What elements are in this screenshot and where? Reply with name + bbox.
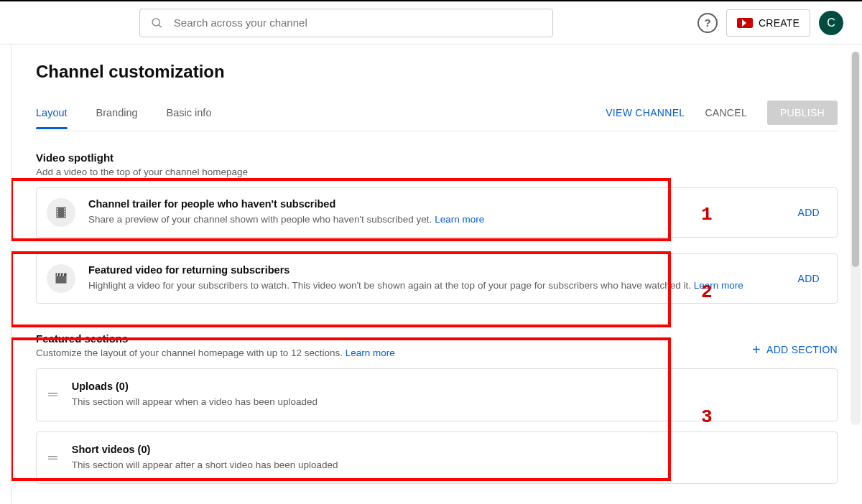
publish-button: PUBLISH: [767, 101, 838, 125]
add-trailer-button[interactable]: ADD: [794, 207, 824, 218]
svg-rect-5: [57, 213, 58, 215]
page-title: Channel customization: [36, 62, 838, 82]
scrollbar[interactable]: [851, 52, 861, 425]
svg-point-0: [152, 18, 159, 25]
card-title: Featured video for returning subscribers: [88, 264, 781, 276]
spotlight-subtitle: Add a video to the top of your channel h…: [36, 167, 838, 177]
search-icon: [150, 16, 164, 30]
film-icon: [47, 198, 75, 227]
tabs-row: Layout Branding Basic info VIEW CHANNEL …: [36, 101, 838, 131]
row-title: Uploads (0): [72, 381, 318, 392]
create-button[interactable]: CREATE: [726, 9, 810, 37]
learn-more-link[interactable]: Learn more: [346, 347, 395, 358]
featured-subtitle: Customize the layout of your channel hom…: [36, 347, 395, 358]
svg-line-1: [159, 24, 162, 27]
channel-trailer-card: Channel trailer for people who haven't s…: [36, 187, 838, 238]
add-section-button[interactable]: + ADD SECTION: [752, 342, 838, 357]
row-title: Short videos (0): [72, 444, 338, 455]
drag-handle-icon[interactable]: ═: [48, 387, 56, 402]
help-icon[interactable]: ?: [698, 13, 718, 33]
create-video-icon: [737, 18, 753, 28]
svg-rect-11: [56, 276, 67, 284]
search-input[interactable]: [174, 17, 542, 29]
spotlight-title: Video spotlight: [36, 151, 838, 164]
featured-video-card: Featured video for returning subscribers…: [36, 253, 838, 304]
svg-rect-3: [57, 208, 58, 210]
left-sidebar-collapsed: [0, 45, 11, 504]
scrollbar-thumb[interactable]: [852, 52, 859, 267]
video-spotlight-header: Video spotlight Add a video to the top o…: [36, 151, 838, 177]
svg-rect-9: [64, 213, 65, 215]
drag-handle-icon[interactable]: ═: [48, 450, 56, 465]
top-bar: ? CREATE C: [0, 0, 862, 45]
svg-rect-7: [64, 208, 65, 210]
row-desc: This section will appear when a video ha…: [72, 395, 318, 409]
section-row-uploads[interactable]: ═ Uploads (0) This section will appear w…: [36, 368, 838, 421]
card-desc: Share a preview of your channel shown wi…: [88, 213, 781, 227]
featured-title: Featured sections: [36, 332, 395, 345]
tab-basic-info[interactable]: Basic info: [167, 103, 212, 129]
row-desc: This section will appear after a short v…: [72, 458, 338, 472]
clapperboard-icon: [47, 264, 75, 293]
cancel-button[interactable]: CANCEL: [705, 107, 747, 118]
tab-layout[interactable]: Layout: [36, 103, 68, 129]
annotation-label-2: 2: [701, 281, 713, 303]
create-label: CREATE: [759, 17, 800, 29]
section-row-shorts[interactable]: ═ Short videos (0) This section will app…: [36, 431, 838, 485]
avatar[interactable]: C: [819, 11, 843, 35]
svg-rect-10: [64, 215, 65, 217]
svg-rect-4: [57, 211, 58, 213]
tab-branding[interactable]: Branding: [96, 103, 138, 129]
svg-rect-6: [57, 215, 58, 217]
annotation-label-1: 1: [701, 204, 713, 225]
learn-more-link[interactable]: Learn more: [435, 214, 484, 225]
featured-sections-header: Featured sections Customize the layout o…: [36, 332, 838, 358]
search-box[interactable]: [139, 9, 553, 37]
view-channel-button[interactable]: VIEW CHANNEL: [606, 107, 685, 118]
card-desc: Highlight a video for your subscribers t…: [88, 279, 781, 293]
content-area: Channel customization Layout Branding Ba…: [11, 45, 862, 504]
add-featured-button[interactable]: ADD: [794, 273, 824, 284]
annotation-label-3: 3: [701, 406, 713, 428]
plus-icon: +: [752, 342, 761, 357]
card-title: Channel trailer for people who haven't s…: [88, 198, 781, 210]
svg-rect-8: [64, 211, 65, 213]
